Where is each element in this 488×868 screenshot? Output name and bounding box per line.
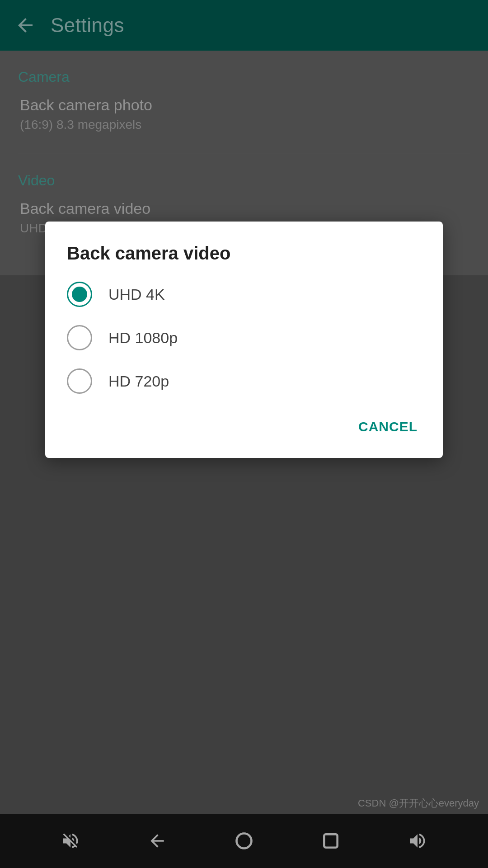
radio-uhd4k-circle[interactable]: [67, 282, 92, 307]
dialog-title: Back camera video: [67, 243, 421, 264]
radio-option-hd720p[interactable]: HD 720p: [67, 368, 421, 394]
radio-hd1080p-label: HD 1080p: [108, 329, 178, 347]
radio-hd720p-label: HD 720p: [108, 373, 169, 390]
video-quality-dialog: Back camera video UHD 4K HD 1080p HD 720…: [45, 222, 443, 458]
radio-hd720p-circle[interactable]: [67, 368, 92, 394]
cancel-button[interactable]: CANCEL: [355, 412, 421, 442]
radio-option-uhd4k[interactable]: UHD 4K: [67, 282, 421, 307]
radio-uhd4k-label: UHD 4K: [108, 286, 165, 303]
radio-option-hd1080p[interactable]: HD 1080p: [67, 325, 421, 350]
dialog-actions: CANCEL: [67, 412, 421, 442]
radio-hd1080p-circle[interactable]: [67, 325, 92, 350]
